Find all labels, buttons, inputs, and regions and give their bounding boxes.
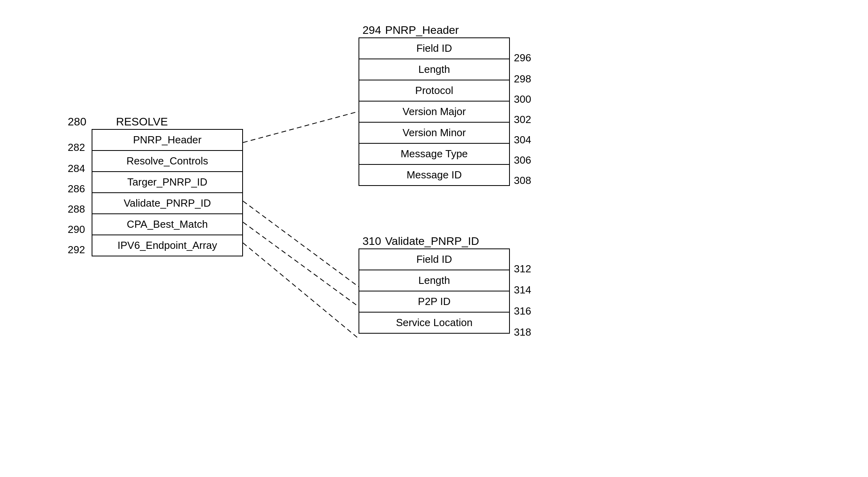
table-row: Message Type [359, 143, 509, 164]
ref-292: 292 [68, 244, 85, 256]
ref-302: 302 [514, 113, 531, 126]
resolve-box: 280 RESOLVE PNRP_Header Resolve_Controls… [92, 115, 243, 256]
ref-314: 314 [514, 284, 531, 296]
diagram: 280 RESOLVE PNRP_Header Resolve_Controls… [0, 0, 868, 477]
pnrp-header-ref: 294 [359, 24, 381, 37]
ref-284: 284 [68, 162, 85, 175]
ref-296: 296 [514, 52, 531, 64]
validate-table: Field ID Length P2P ID Service Location [359, 248, 510, 334]
table-row: Service Location [359, 312, 509, 333]
table-row: PNRP_Header [92, 129, 243, 151]
table-row: Field ID [359, 38, 509, 59]
table-row: Protocol [359, 80, 509, 101]
resolve-title: RESOLVE [112, 115, 168, 128]
table-row: Message ID [359, 164, 509, 186]
validate-field-0: Field ID [359, 249, 509, 270]
ref-288: 288 [68, 203, 85, 215]
table-row: Length [359, 270, 509, 291]
table-row: Resolve_Controls [92, 151, 243, 172]
svg-line-2 [243, 222, 359, 307]
table-row: Version Major [359, 101, 509, 122]
pnrp-header-table: Field ID Length Protocol Version Major V… [359, 37, 510, 186]
resolve-table: PNRP_Header Resolve_Controls Targer_PNRP… [92, 129, 243, 256]
ref-306: 306 [514, 154, 531, 166]
validate-field-3: Service Location [359, 312, 509, 333]
ref-290: 290 [68, 223, 85, 236]
resolve-field-2: Targer_PNRP_ID [92, 172, 243, 193]
ref-282: 282 [68, 141, 85, 154]
table-row: Version Minor [359, 122, 509, 143]
resolve-field-5: IPV6_Endpoint_Array [92, 235, 243, 256]
ref-298: 298 [514, 73, 531, 85]
pnrp-field-3: Version Major [359, 101, 509, 122]
svg-line-1 [243, 201, 359, 287]
svg-line-3 [243, 243, 359, 338]
pnrp-field-0: Field ID [359, 38, 509, 59]
table-row: IPV6_Endpoint_Array [92, 235, 243, 256]
validate-title: Validate_PNRP_ID [385, 235, 479, 248]
resolve-ref: 280 [68, 115, 86, 128]
resolve-field-1: Resolve_Controls [92, 151, 243, 172]
validate-field-2: P2P ID [359, 291, 509, 312]
table-row: CPA_Best_Match [92, 214, 243, 235]
svg-line-0 [243, 111, 359, 143]
pnrp-header-box: 294 PNRP_Header Field ID Length Protocol… [359, 24, 510, 186]
ref-316: 316 [514, 305, 531, 317]
ref-304: 304 [514, 134, 531, 146]
pnrp-field-2: Protocol [359, 80, 509, 101]
resolve-field-3: Validate_PNRP_ID [92, 193, 243, 214]
resolve-field-4: CPA_Best_Match [92, 214, 243, 235]
table-row: Targer_PNRP_ID [92, 172, 243, 193]
table-row: Validate_PNRP_ID [92, 193, 243, 214]
pnrp-field-4: Version Minor [359, 122, 509, 143]
validate-field-1: Length [359, 270, 509, 291]
validate-box: 310 Validate_PNRP_ID Field ID Length P2P… [359, 235, 510, 334]
ref-286: 286 [68, 183, 85, 195]
validate-ref: 310 [359, 235, 381, 248]
ref-312: 312 [514, 263, 531, 275]
pnrp-field-5: Message Type [359, 143, 509, 164]
ref-300: 300 [514, 93, 531, 106]
pnrp-field-1: Length [359, 59, 509, 80]
table-row: Field ID [359, 249, 509, 270]
table-row: Length [359, 59, 509, 80]
table-row: P2P ID [359, 291, 509, 312]
ref-318: 318 [514, 326, 531, 338]
ref-308: 308 [514, 174, 531, 187]
resolve-field-0: PNRP_Header [92, 129, 243, 151]
pnrp-field-6: Message ID [359, 164, 509, 186]
pnrp-header-title: PNRP_Header [385, 24, 459, 37]
